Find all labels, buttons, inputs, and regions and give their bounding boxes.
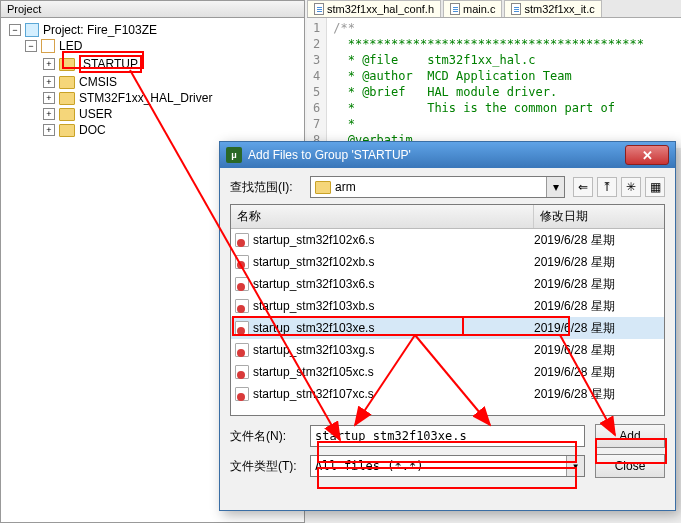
file-name: startup_stm32f103xg.s (253, 343, 534, 357)
file-icon (314, 3, 324, 15)
back-button[interactable]: ⇐ (573, 177, 593, 197)
filetype-label: 文件类型(T): (230, 458, 310, 475)
file-row[interactable]: startup_stm32f103x6.s2019/6/28 星期 (231, 273, 664, 295)
code-area: /** ************************************… (327, 18, 650, 148)
dropdown-icon[interactable]: ▾ (566, 456, 584, 476)
file-row[interactable]: startup_stm32f107xc.s2019/6/28 星期 (231, 383, 664, 405)
filename-input[interactable] (310, 425, 585, 447)
tab-it[interactable]: stm32f1xx_it.c (504, 0, 601, 17)
close-button[interactable]: Close (595, 454, 665, 478)
code-editor[interactable]: 12345678 /** ***************************… (307, 18, 681, 148)
folder-icon (59, 76, 75, 89)
view-button[interactable]: ▦ (645, 177, 665, 197)
tree-group[interactable]: +DOC (3, 122, 302, 138)
file-row[interactable]: startup_stm32f102xb.s2019/6/28 星期 (231, 251, 664, 273)
asm-file-icon (235, 277, 249, 291)
line-gutter: 12345678 (307, 18, 327, 148)
tab-main[interactable]: main.c (443, 0, 502, 17)
tree-group[interactable]: +CMSIS (3, 74, 302, 90)
add-files-dialog: μ Add Files to Group 'STARTUP' ✕ 查找范围(I)… (219, 141, 676, 511)
add-button[interactable]: Add (595, 424, 665, 448)
tree-root-label: Project: Fire_F103ZE (43, 23, 157, 37)
dialog-close-x[interactable]: ✕ (625, 145, 669, 165)
up-button[interactable]: ⤒ (597, 177, 617, 197)
file-icon (511, 3, 521, 15)
file-name: startup_stm32f103x6.s (253, 277, 534, 291)
tab-hal-conf[interactable]: stm32f1xx_hal_conf.h (307, 0, 441, 17)
folder-icon (59, 92, 75, 105)
dialog-titlebar[interactable]: μ Add Files to Group 'STARTUP' ✕ (220, 142, 675, 168)
filename-label: 文件名(N): (230, 428, 310, 445)
file-date: 2019/6/28 星期 (534, 298, 660, 315)
folder-icon (315, 181, 331, 194)
list-header[interactable]: 名称 修改日期 (231, 205, 664, 229)
folder-icon (59, 58, 75, 71)
editor-tabs: stm32f1xx_hal_conf.h main.c stm32f1xx_it… (307, 0, 681, 18)
collapse-icon[interactable]: − (25, 40, 37, 52)
file-row[interactable]: startup_stm32f103xb.s2019/6/28 星期 (231, 295, 664, 317)
file-date: 2019/6/28 星期 (534, 342, 660, 359)
asm-file-icon (235, 233, 249, 247)
expand-icon[interactable]: + (43, 58, 55, 70)
file-date: 2019/6/28 星期 (534, 254, 660, 271)
lookin-value: arm (335, 180, 356, 194)
file-icon (450, 3, 460, 15)
tree-target[interactable]: − LED (3, 38, 302, 54)
expand-icon[interactable]: + (43, 92, 55, 104)
dropdown-icon[interactable]: ▾ (546, 177, 564, 197)
lookin-label: 查找范围(I): (230, 179, 310, 196)
project-icon (25, 23, 39, 37)
tree-group[interactable]: +STARTUP (3, 54, 302, 74)
asm-file-icon (235, 299, 249, 313)
tree-group-label: STM32F1xx_HAL_Driver (79, 91, 212, 105)
asm-file-icon (235, 343, 249, 357)
file-name: startup_stm32f103xb.s (253, 299, 534, 313)
file-date: 2019/6/28 星期 (534, 276, 660, 293)
col-date[interactable]: 修改日期 (534, 205, 664, 228)
asm-file-icon (235, 255, 249, 269)
asm-file-icon (235, 321, 249, 335)
expand-icon[interactable]: + (43, 76, 55, 88)
tree-root[interactable]: − Project: Fire_F103ZE (3, 22, 302, 38)
tree-group-label: DOC (79, 123, 106, 137)
file-date: 2019/6/28 星期 (534, 320, 660, 337)
target-icon (41, 39, 55, 53)
folder-icon (59, 108, 75, 121)
file-name: startup_stm32f102x6.s (253, 233, 534, 247)
file-date: 2019/6/28 星期 (534, 386, 660, 403)
tree-group-label: USER (79, 107, 112, 121)
tree-group-label: CMSIS (79, 75, 117, 89)
collapse-icon[interactable]: − (9, 24, 21, 36)
tree-target-label: LED (59, 39, 82, 53)
expand-icon[interactable]: + (43, 124, 55, 136)
dialog-app-icon: μ (226, 147, 242, 163)
filetype-combo[interactable]: All files (*.*) ▾ (310, 455, 585, 477)
expand-icon[interactable]: + (43, 108, 55, 120)
file-row[interactable]: startup_stm32f103xg.s2019/6/28 星期 (231, 339, 664, 361)
file-name: startup_stm32f102xb.s (253, 255, 534, 269)
tree-group-label: STARTUP (79, 55, 142, 73)
file-row[interactable]: startup_stm32f102x6.s2019/6/28 星期 (231, 229, 664, 251)
file-list: 名称 修改日期 startup_stm32f102x6.s2019/6/28 星… (230, 204, 665, 416)
tree-group[interactable]: +STM32F1xx_HAL_Driver (3, 90, 302, 106)
folder-icon (59, 124, 75, 137)
project-tree: − Project: Fire_F103ZE − LED +STARTUP+CM… (1, 18, 304, 142)
new-folder-button[interactable]: ✳ (621, 177, 641, 197)
dialog-title: Add Files to Group 'STARTUP' (248, 148, 411, 162)
file-row[interactable]: startup_stm32f105xc.s2019/6/28 星期 (231, 361, 664, 383)
asm-file-icon (235, 387, 249, 401)
project-panel-title: Project (1, 1, 304, 18)
col-name[interactable]: 名称 (231, 205, 534, 228)
file-date: 2019/6/28 星期 (534, 232, 660, 249)
file-row[interactable]: startup_stm32f103xe.s2019/6/28 星期 (231, 317, 664, 339)
tree-group[interactable]: +USER (3, 106, 302, 122)
asm-file-icon (235, 365, 249, 379)
lookin-combo[interactable]: arm ▾ (310, 176, 565, 198)
file-name: startup_stm32f105xc.s (253, 365, 534, 379)
file-name: startup_stm32f103xe.s (253, 321, 534, 335)
file-name: startup_stm32f107xc.s (253, 387, 534, 401)
file-date: 2019/6/28 星期 (534, 364, 660, 381)
